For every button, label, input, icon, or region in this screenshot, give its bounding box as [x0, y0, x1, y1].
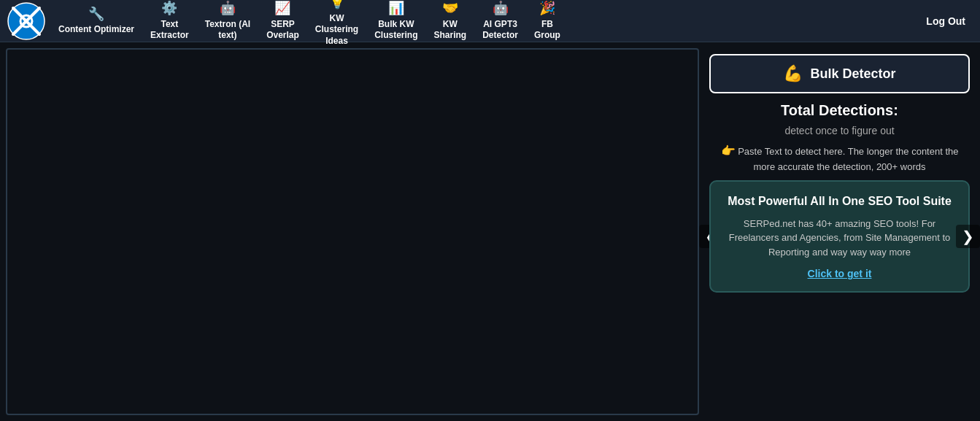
nav-label: KWClusteringIdeas — [315, 13, 358, 47]
promo-title: Most Powerful All In One SEO Tool Suite — [721, 193, 958, 209]
nav-label: Textron (AItext) — [205, 19, 250, 42]
nav-label: FBGroup — [534, 19, 560, 42]
ai-gpt3-icon: 🤖 — [493, 0, 509, 17]
logout-label: Log Out — [926, 15, 965, 27]
promo-body: SERPed.net has 40+ amazing SEO tools! Fo… — [721, 217, 958, 260]
main-layout: 💪 Bulk Detector Total Detections: detect… — [0, 42, 980, 421]
right-panel: 💪 Bulk Detector Total Detections: detect… — [699, 42, 980, 421]
nav-item-text-extractor[interactable]: ⚙️ TextExtractor — [144, 0, 195, 45]
content-optimizer-icon: 🔧 — [88, 6, 104, 23]
paste-text: Paste Text to detect here. The longer th… — [738, 146, 958, 172]
left-panel — [6, 48, 699, 415]
text-extractor-icon: ⚙️ — [161, 0, 177, 17]
nav-item-fb-group[interactable]: 🎉 FBGroup — [528, 0, 566, 45]
fb-group-icon: 🎉 — [539, 0, 555, 17]
carousel-next-button[interactable]: ❯ — [956, 225, 980, 248]
serp-overlap-icon: 📈 — [274, 0, 290, 17]
nav-label: Content Optimizer — [58, 24, 134, 36]
kw-clustering-icon: 💡 — [329, 0, 345, 12]
nav-item-content-optimizer[interactable]: 🔧 Content Optimizer — [53, 3, 140, 39]
bulk-detector-icon: 💪 — [783, 64, 803, 83]
logo[interactable] — [7, 2, 45, 40]
textron-icon: 🤖 — [220, 0, 236, 17]
promo-link[interactable]: Click to get it — [721, 268, 958, 279]
nav-label: Bulk KWClustering — [374, 19, 417, 42]
total-detections-title: Total Detections: — [781, 102, 898, 119]
navbar: 🔧 Content Optimizer ⚙️ TextExtractor 🤖 T… — [0, 0, 980, 42]
promo-card: Most Powerful All In One SEO Tool Suite … — [709, 180, 970, 293]
bulk-detector-label: Bulk Detector — [810, 66, 895, 82]
kw-sharing-icon: 🤝 — [442, 0, 458, 17]
nav-label: TextExtractor — [150, 19, 189, 42]
paste-icon: 👉 — [721, 144, 736, 157]
bulk-kw-clustering-icon: 📊 — [388, 0, 404, 17]
nav-item-serp-overlap[interactable]: 📈 SERPOverlap — [261, 0, 305, 45]
detect-once-text: detect once to figure out — [784, 125, 894, 136]
nav-label: SERPOverlap — [266, 19, 299, 42]
paste-info: 👉 Paste Text to detect here. The longer … — [709, 142, 970, 174]
nav-item-kw-clustering[interactable]: 💡 KWClusteringIdeas — [309, 0, 364, 50]
logout-button[interactable]: Log Out — [919, 12, 973, 30]
nav-item-textron[interactable]: 🤖 Textron (AItext) — [199, 0, 256, 45]
nav-item-kw-sharing[interactable]: 🤝 KWSharing — [428, 0, 473, 45]
bulk-detector-button[interactable]: 💪 Bulk Detector — [709, 54, 970, 93]
nav-label: KWSharing — [434, 19, 467, 42]
nav-item-bulk-kw-clustering[interactable]: 📊 Bulk KWClustering — [369, 0, 423, 45]
nav-item-ai-gpt3[interactable]: 🤖 AI GPT3Detector — [477, 0, 524, 45]
nav-label: AI GPT3Detector — [482, 19, 518, 42]
promo-wrapper: ❮ Most Powerful All In One SEO Tool Suit… — [709, 180, 970, 293]
